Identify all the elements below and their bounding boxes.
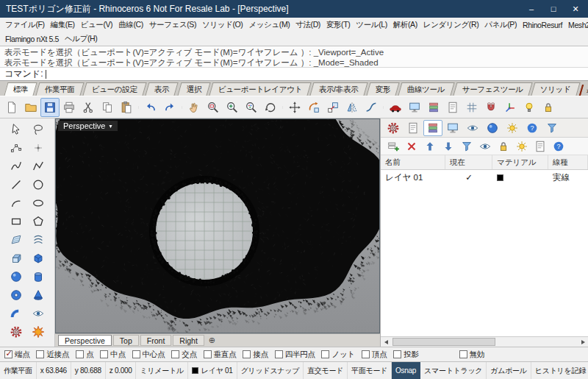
status-toggle[interactable]: グリッドスナップ (237, 362, 304, 379)
checkbox[interactable] (132, 350, 140, 358)
lock-button[interactable] (539, 98, 558, 117)
layers-panel-tab[interactable] (423, 120, 442, 136)
lock-button[interactable] (495, 138, 512, 154)
command-input-row[interactable]: コマンド: (0, 68, 588, 81)
status-toggle[interactable]: スマートトラック (420, 362, 487, 379)
menu-item[interactable]: ビュー(V) (78, 19, 116, 31)
column-header-current[interactable]: 現在 (445, 155, 492, 169)
layers-button[interactable] (424, 98, 443, 117)
viewport-tab[interactable]: Top (113, 335, 139, 346)
curve-button[interactable] (7, 157, 26, 175)
status-toggle[interactable]: Osnap (392, 362, 420, 379)
magnet-button[interactable] (481, 98, 501, 117)
layer-name[interactable]: レイヤ 01 (381, 170, 445, 185)
sphere-button[interactable] (7, 268, 26, 286)
viewport-tab[interactable]: Perspective (58, 335, 112, 346)
line-button[interactable] (7, 176, 26, 194)
menu-item[interactable]: ヘルプ(H) (62, 33, 100, 45)
column-header-name[interactable]: 名前 (381, 155, 445, 169)
checkbox[interactable] (204, 350, 212, 358)
gear-panel-tab[interactable] (384, 120, 403, 136)
checkbox[interactable] (275, 350, 283, 358)
menu-item[interactable]: レンダリング(R) (420, 19, 481, 31)
close-button[interactable]: ✕ (564, 1, 587, 17)
render-car-button[interactable] (386, 98, 405, 117)
column-header-material[interactable]: マテリアル (492, 155, 548, 169)
cplane-button[interactable]: 作業平面 (0, 362, 37, 379)
osnap-toggle[interactable]: 端点 (4, 350, 29, 360)
toolbar-tab[interactable]: 作業平面 (36, 82, 85, 96)
osnap-toggle[interactable]: 近接点 (36, 350, 69, 360)
properties-button[interactable] (531, 138, 549, 154)
osnap-toggle[interactable]: 中心点 (132, 350, 165, 360)
zoom-dynamic-button[interactable] (223, 98, 242, 117)
menu-item[interactable]: ツール(L) (353, 19, 390, 31)
checkbox[interactable] (362, 350, 370, 358)
delete-button[interactable] (403, 138, 420, 154)
arc-button[interactable] (7, 194, 26, 212)
loft-button[interactable] (29, 231, 48, 249)
menu-item[interactable]: 曲線(C) (115, 19, 146, 31)
panel-horizontal-scrollbar[interactable] (381, 336, 588, 347)
zoom-extents-button[interactable] (242, 98, 261, 117)
osnap-toggle[interactable]: 四半円点 (275, 350, 315, 360)
menu-item[interactable]: 変形(T) (323, 19, 353, 31)
filter-panel-tab[interactable] (542, 120, 562, 136)
toolbar-tab[interactable]: ソリッド (531, 82, 580, 96)
toolbar-tab[interactable]: 変形 (366, 82, 400, 96)
menu-item[interactable]: Flamingo nXt 5.5 (2, 34, 62, 44)
menu-item[interactable]: Mesh2Surface (565, 20, 588, 30)
join-button[interactable] (362, 98, 381, 117)
checkbox[interactable] (243, 350, 251, 358)
current-layer-indicator[interactable]: レイヤ 01 (188, 362, 237, 379)
grid-button[interactable] (462, 98, 481, 117)
polyline-button[interactable] (29, 157, 48, 175)
mirror-button[interactable] (343, 98, 362, 117)
maximize-button[interactable]: □ (542, 1, 564, 17)
toolbar-tab[interactable]: 標準 (4, 82, 37, 96)
checkbox[interactable] (459, 350, 467, 358)
osnap-toggle[interactable]: 投影 (393, 350, 418, 360)
checkbox[interactable] (321, 350, 329, 358)
command-history[interactable]: 表示モードを選択（ビューポート(V)=アクティブ モード(M)=ワイヤフレーム … (0, 46, 588, 68)
point-button[interactable] (29, 139, 48, 157)
control-points-button[interactable] (7, 139, 26, 157)
pan-view-button[interactable] (184, 98, 204, 117)
osnap-toggle[interactable]: 交点 (171, 350, 196, 360)
arrow-down-button[interactable] (440, 138, 457, 154)
save-file-button[interactable] (40, 98, 60, 117)
toolbar-tab[interactable]: ビューポートレイアウト (209, 82, 312, 96)
status-toggle[interactable]: ヒストリを記録 (531, 362, 588, 379)
eye-panel-tab[interactable] (463, 120, 482, 136)
properties-panel-tab[interactable] (404, 120, 423, 136)
units-indicator[interactable]: ミリメートル (136, 362, 187, 379)
eye-button[interactable] (29, 305, 48, 322)
redo-button[interactable] (160, 98, 179, 117)
osnap-toggle[interactable]: 接点 (243, 350, 268, 360)
cone-button[interactable] (29, 286, 48, 304)
menu-item[interactable]: 編集(E) (48, 19, 78, 31)
checkbox[interactable] (76, 350, 84, 358)
menu-item[interactable]: メッシュ(M) (245, 19, 293, 31)
open-file-button[interactable] (21, 98, 40, 117)
circle-button[interactable] (29, 176, 48, 194)
layer-material-cell[interactable] (492, 170, 548, 185)
status-toggle[interactable]: ガムボール (487, 362, 531, 379)
rotate-view-button[interactable] (261, 98, 280, 117)
ellipse-button[interactable] (29, 194, 48, 212)
column-header-linetype[interactable]: 線種 (548, 155, 588, 169)
viewport-tab[interactable]: Right (173, 335, 204, 346)
scroll-right-button[interactable] (578, 337, 588, 347)
zoom-window-button[interactable] (204, 98, 223, 117)
layer-current-check[interactable]: ✓ (445, 170, 492, 185)
minimize-button[interactable]: – (520, 1, 542, 17)
lamp-button[interactable] (520, 98, 539, 117)
lasso-button[interactable] (29, 121, 48, 138)
menu-item[interactable]: パネル(P) (481, 19, 520, 31)
scroll-track[interactable] (391, 337, 578, 347)
menu-item[interactable]: ファイル(F) (2, 19, 48, 31)
menu-item[interactable]: 解析(A) (390, 19, 420, 31)
sun-panel-tab[interactable] (503, 120, 522, 136)
osnap-toggle[interactable]: 中点 (100, 350, 125, 360)
checkbox[interactable] (171, 350, 179, 358)
